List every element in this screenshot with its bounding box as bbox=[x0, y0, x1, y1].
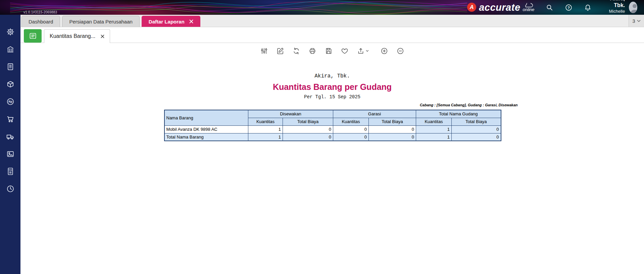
table-group-header-row: Nama Barang Disewakan Garasi Total Nama … bbox=[164, 110, 501, 118]
report-toolbar bbox=[20, 47, 644, 55]
header-wave-art bbox=[10, 0, 467, 15]
table-row: Mobil Avanza DK 9898 AC 1 0 0 0 1 0 bbox=[164, 125, 501, 133]
col-header-kuantitas: Kuantitas bbox=[416, 118, 452, 125]
sidebar: Rp TAX bbox=[0, 15, 20, 274]
tab-count-dropdown[interactable]: 3 bbox=[629, 15, 644, 27]
cell-total-value: 0 bbox=[283, 133, 333, 141]
tab-dashboard[interactable]: Dashboard bbox=[21, 16, 60, 27]
app-logo: A accurate online bbox=[467, 2, 534, 13]
tax-icon: TAX bbox=[6, 167, 15, 176]
zoom-out-icon[interactable] bbox=[396, 47, 404, 55]
top-header: A accurate online v1.0.1#3115-2069883 ? bbox=[0, 0, 644, 15]
report-period: Per Tgl. 15 Sep 2025 bbox=[20, 94, 644, 100]
export-icon[interactable] bbox=[357, 47, 369, 55]
close-icon[interactable] bbox=[189, 19, 193, 23]
user-company: Akira, Tbk. bbox=[602, 0, 625, 9]
company-icon bbox=[6, 45, 15, 54]
cell-value: 0 bbox=[369, 125, 416, 133]
zoom-in-icon[interactable] bbox=[380, 47, 388, 55]
app-window: A accurate online v1.0.1#3115-2069883 ? bbox=[0, 0, 644, 274]
report-tab-kuantitas-barang[interactable]: Kuantitas Barang... bbox=[44, 29, 110, 43]
chevron-down-icon bbox=[637, 20, 641, 22]
report-body: Akira, Tbk. Kuantitas Barang per Gudang … bbox=[20, 73, 644, 141]
tab-label: Daftar Laporan bbox=[149, 19, 185, 24]
cell-item-name: Mobil Avanza DK 9898 AC bbox=[164, 125, 248, 133]
cell-value: 1 bbox=[248, 125, 283, 133]
col-header-kuantitas: Kuantitas bbox=[333, 118, 369, 125]
report-list-button[interactable] bbox=[24, 29, 42, 43]
accurate-logo-icon: A bbox=[467, 3, 476, 12]
cell-total-value: 0 bbox=[369, 133, 416, 141]
edit-icon[interactable] bbox=[276, 47, 284, 55]
report-table: Nama Barang Disewakan Garasi Total Nama … bbox=[164, 110, 501, 141]
logo-text: accurate bbox=[479, 2, 520, 13]
main-row: Rp TAX bbox=[0, 15, 644, 274]
svg-text:TAX: TAX bbox=[8, 169, 12, 171]
svg-text:Rp: Rp bbox=[8, 100, 12, 103]
chevron-down-icon bbox=[366, 50, 369, 52]
sidebar-item-cash[interactable]: Rp bbox=[0, 94, 20, 109]
col-header-total-biaya: Total Biaya bbox=[283, 118, 333, 125]
report-list-icon bbox=[29, 32, 37, 40]
sidebar-item-performance[interactable] bbox=[0, 181, 20, 196]
notifications-icon[interactable] bbox=[584, 4, 592, 11]
cell-value: 0 bbox=[333, 125, 369, 133]
report-tab-label: Kuantitas Barang... bbox=[50, 33, 95, 39]
cell-total-value: 0 bbox=[333, 133, 369, 141]
tab-daftar-laporan[interactable]: Daftar Laporan bbox=[142, 16, 200, 27]
sidebar-item-asset[interactable] bbox=[0, 147, 20, 161]
table-total-row: Total Nama Barang 1 0 0 0 1 0 bbox=[164, 133, 501, 141]
close-icon[interactable] bbox=[101, 35, 104, 38]
svg-text:?: ? bbox=[567, 5, 570, 9]
favorite-icon[interactable] bbox=[341, 47, 349, 55]
performance-icon bbox=[6, 184, 15, 193]
sidebar-item-tax[interactable]: TAX bbox=[0, 164, 20, 179]
report-title: Kuantitas Barang per Gudang bbox=[20, 82, 644, 92]
asset-icon bbox=[6, 150, 15, 158]
cell-value: 0 bbox=[283, 125, 333, 133]
version-label: v1.0.1#3115-2069883 bbox=[23, 10, 57, 14]
cell-total-value: 0 bbox=[452, 125, 501, 133]
sidebar-item-inventory[interactable] bbox=[0, 77, 20, 92]
cell-total-value: 1 bbox=[416, 125, 452, 133]
tab-count: 3 bbox=[632, 18, 635, 24]
logo-subtext: online bbox=[523, 8, 535, 12]
sidebar-item-ledger[interactable] bbox=[0, 59, 20, 74]
col-header-total-biaya: Total Biaya bbox=[452, 118, 501, 125]
filter-icon[interactable] bbox=[260, 47, 268, 55]
report-table-wrap: Nama Barang Disewakan Garasi Total Nama … bbox=[164, 110, 501, 141]
main-tab-bar: Dashboard Persiapan Data Perusahaan Daft… bbox=[20, 15, 644, 27]
ledger-icon bbox=[6, 62, 15, 71]
col-group-total-nama-gudang: Total Nama Gudang bbox=[416, 110, 501, 118]
report-company-name: Akira, Tbk. bbox=[20, 73, 644, 79]
cell-total-value: 0 bbox=[452, 133, 501, 141]
tab-label: Persiapan Data Perusahaan bbox=[69, 19, 132, 24]
cash-icon: Rp bbox=[6, 97, 15, 106]
avatar[interactable] bbox=[629, 2, 637, 13]
sidebar-item-purchase[interactable] bbox=[0, 129, 20, 144]
purchase-icon bbox=[6, 132, 15, 141]
sidebar-item-sales[interactable] bbox=[0, 112, 20, 126]
tab-persiapan-data-perusahaan[interactable]: Persiapan Data Perusahaan bbox=[62, 16, 139, 27]
col-header-total-biaya: Total Biaya bbox=[369, 118, 416, 125]
col-group-garasi: Garasi bbox=[333, 110, 416, 118]
cell-total-value: 1 bbox=[416, 133, 452, 141]
sales-icon bbox=[6, 115, 15, 123]
col-header-kuantitas: Kuantitas bbox=[248, 118, 283, 125]
col-header-nama-barang: Nama Barang bbox=[164, 110, 248, 125]
settings-icon bbox=[6, 28, 15, 36]
user-info: Akira, Tbk. Michelle Ardianti bbox=[602, 0, 625, 19]
cell-total-value: 1 bbox=[248, 133, 283, 141]
search-icon[interactable] bbox=[546, 4, 553, 11]
sidebar-item-settings[interactable] bbox=[0, 24, 20, 39]
help-icon[interactable]: ? bbox=[565, 4, 573, 11]
content-area: Dashboard Persiapan Data Perusahaan Daft… bbox=[20, 15, 644, 274]
logo-cloud-group: online bbox=[523, 3, 535, 12]
print-icon[interactable] bbox=[308, 47, 316, 55]
sidebar-item-company[interactable] bbox=[0, 42, 20, 57]
workspace: Kuantitas Barang... bbox=[20, 27, 644, 274]
refresh-icon[interactable] bbox=[292, 47, 300, 55]
save-icon[interactable] bbox=[325, 47, 333, 55]
cell-total-label: Total Nama Barang bbox=[164, 133, 248, 141]
report-filter-note: Cabang : [Semua Cabang], Gudang : Garasi… bbox=[147, 103, 518, 107]
